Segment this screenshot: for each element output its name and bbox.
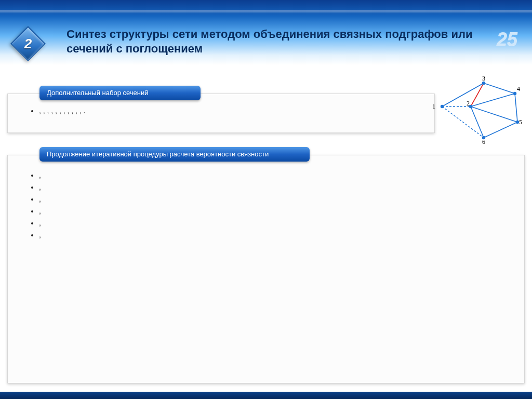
list-item: , xyxy=(39,230,524,241)
node-label-6: 6 xyxy=(482,138,485,146)
list-item: , , , , , , , , , , , . xyxy=(39,105,434,116)
node-label-3: 3 xyxy=(482,75,485,83)
node-label-2: 2 xyxy=(467,100,470,108)
list-item: , xyxy=(39,170,524,181)
list-item: , xyxy=(39,218,524,229)
svg-point-10 xyxy=(441,105,444,108)
svg-line-1 xyxy=(484,83,515,94)
panel-cuts-list: , , , , , , , , , , , . xyxy=(39,105,434,116)
svg-point-13 xyxy=(513,92,516,95)
list-item: , xyxy=(39,194,524,205)
panel-procedure-list: , , , , , , xyxy=(39,170,524,241)
panel-cuts-label: Дополнительный набор сечений xyxy=(39,86,201,100)
svg-line-5 xyxy=(471,107,517,122)
graph-diagram: 1 2 3 4 5 6 xyxy=(434,78,523,145)
list-item: , xyxy=(39,182,524,193)
page-title: Синтез структуры сети методом объединени… xyxy=(66,27,485,56)
section-number: 2 xyxy=(17,32,39,55)
panel-procedure: , , , , , , xyxy=(7,155,525,383)
list-item: , xyxy=(39,206,524,217)
svg-line-4 xyxy=(471,94,515,107)
svg-line-3 xyxy=(484,122,517,138)
graph-svg xyxy=(434,78,523,145)
node-label-4: 4 xyxy=(517,85,520,93)
page-number: 25 xyxy=(497,29,517,50)
node-label-5: 5 xyxy=(519,118,522,126)
node-label-1: 1 xyxy=(432,103,435,111)
panel-procedure-label: Продолжение итеративной процедуры расчет… xyxy=(39,147,310,162)
footer-bar xyxy=(0,392,532,399)
svg-line-2 xyxy=(515,94,517,122)
